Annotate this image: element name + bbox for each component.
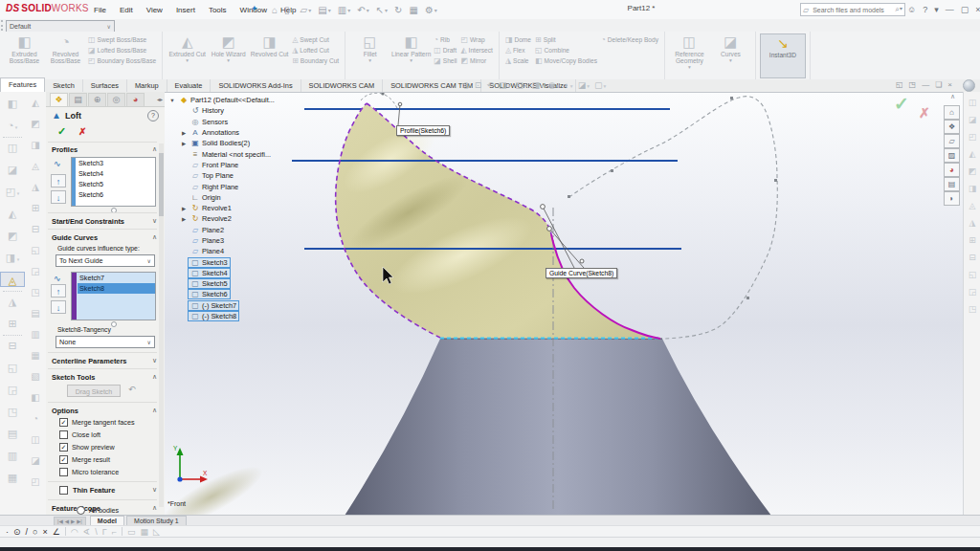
close-doc-icon[interactable]: × bbox=[947, 80, 952, 89]
all-bodies-radio[interactable] bbox=[77, 506, 85, 515]
ribbon-hole-wizard-button[interactable]: ◩Hole Wizard▾ bbox=[208, 33, 249, 63]
grid-snap-icon[interactable]: ▦ bbox=[141, 527, 149, 537]
undo-icon[interactable]: ↶▾ bbox=[355, 5, 370, 15]
left-toolbar-icon[interactable]: ▤ bbox=[25, 306, 46, 320]
right-toolbar-icon[interactable]: ◱ bbox=[964, 270, 980, 279]
ribbon-move-copy-bodies-button[interactable]: ◧Move/Copy Bodies bbox=[535, 56, 597, 65]
move-profile-up-button[interactable]: ↑ bbox=[51, 174, 66, 187]
display-style-icon[interactable]: ◨▾ bbox=[532, 80, 544, 90]
left-toolbar-icon[interactable]: ◲ bbox=[0, 382, 25, 397]
left-toolbar-icon[interactable]: ◨ bbox=[25, 138, 46, 152]
pm-tab-2[interactable]: ⊕ bbox=[88, 93, 106, 106]
tab-sketch[interactable]: Sketch bbox=[45, 79, 83, 92]
checkbox[interactable]: ✓ bbox=[59, 455, 68, 464]
cascade-icon[interactable]: ◱ bbox=[896, 80, 903, 89]
graphics-viewport[interactable]: Y X ▼◆Part12 (Default<<Default...↺Histor… bbox=[165, 92, 963, 516]
profile-item[interactable]: Sketch6 bbox=[77, 189, 155, 200]
minimize-doc-icon[interactable]: — bbox=[922, 80, 929, 89]
options-icon[interactable]: ⚙▾ bbox=[423, 5, 439, 15]
thin-feature-checkbox[interactable] bbox=[59, 486, 68, 495]
left-toolbar-icon[interactable]: ◳ bbox=[25, 285, 46, 299]
view-palette-icon[interactable]: ▨ bbox=[944, 148, 960, 163]
offset-entities-icon[interactable]: \ bbox=[95, 527, 98, 537]
tab-features[interactable]: Features bbox=[0, 77, 45, 92]
move-profile-down-button[interactable]: ↓ bbox=[51, 190, 66, 204]
left-toolbar-icon[interactable]: ◱ bbox=[0, 360, 25, 375]
menu-view[interactable]: View bbox=[141, 4, 168, 16]
left-toolbar-icon[interactable]: ▥ bbox=[25, 327, 46, 342]
sketch-tools-section-header[interactable]: Sketch Tools∧ bbox=[46, 371, 165, 384]
tree-item-part12-default-default-[interactable]: ▼◆Part12 (Default<<Default... bbox=[168, 95, 312, 105]
left-toolbar-icon[interactable]: ◱ bbox=[25, 243, 46, 257]
restore-doc-icon[interactable]: ❏ bbox=[935, 80, 942, 89]
left-toolbar-icon[interactable]: ⊟ bbox=[25, 222, 46, 236]
ribbon-lofted-cut-button[interactable]: ◮Lofted Cut bbox=[292, 46, 339, 55]
confirmation-cancel-icon[interactable]: ✗ bbox=[919, 105, 930, 121]
undo-sketch-drag-icon[interactable]: ↶ bbox=[128, 385, 136, 394]
view-settings-icon[interactable]: ▢▾ bbox=[594, 80, 606, 90]
checkbox[interactable] bbox=[59, 468, 68, 476]
guide-curves-list[interactable]: Sketch7Sketch8 bbox=[71, 272, 156, 320]
ribbon-delete-keep-body-button[interactable]: ◔Delete/Keep Body bbox=[601, 35, 658, 44]
ribbon-swept-cut-button[interactable]: ◬Swept Cut bbox=[292, 35, 339, 44]
file-properties-icon[interactable]: ▦ bbox=[407, 5, 419, 15]
ok-button[interactable]: ✓ bbox=[57, 125, 66, 138]
ribbon-dome-button[interactable]: ◨Dome bbox=[505, 35, 531, 44]
right-toolbar-icon[interactable]: ◭ bbox=[964, 149, 980, 159]
expand-arrow-icon[interactable]: ▶ bbox=[180, 206, 188, 211]
right-toolbar-icon[interactable]: ◨ bbox=[964, 184, 980, 193]
tree-item-sketch5[interactable]: ▢Sketch5 bbox=[168, 278, 312, 289]
tree-item-front-plane[interactable]: ▱Front Plane bbox=[168, 160, 312, 170]
cone-body[interactable] bbox=[345, 339, 771, 516]
search-scope-icon[interactable]: ▱ bbox=[803, 6, 809, 14]
left-toolbar-icon[interactable]: ⊟ bbox=[0, 338, 25, 353]
left-toolbar-icon[interactable]: ◲ bbox=[25, 264, 46, 278]
menu-file[interactable]: File bbox=[88, 4, 112, 16]
left-toolbar-icon[interactable]: ◪ bbox=[0, 162, 25, 177]
tree-item-solid-bodies-2-[interactable]: ▶▣Solid Bodies(2) bbox=[168, 138, 312, 148]
right-toolbar-icon[interactable]: ◫ bbox=[964, 98, 980, 107]
expand-arrow-icon[interactable]: ▼ bbox=[168, 98, 176, 103]
list-resize-handle[interactable] bbox=[111, 321, 117, 327]
left-toolbar-icon[interactable]: ◳ bbox=[0, 404, 25, 419]
ribbon-linear-pattern-button[interactable]: ◧Linear Pattern▾ bbox=[390, 33, 432, 63]
trim-entities-icon[interactable]: × bbox=[43, 527, 48, 537]
polygon-icon[interactable]: ◺ bbox=[153, 527, 160, 537]
left-toolbar-icon[interactable]: ◫ bbox=[0, 140, 25, 155]
ribbon-mirror-button[interactable]: ◩Mirror bbox=[460, 56, 492, 65]
guide-curve-item[interactable]: Sketch7 bbox=[78, 273, 155, 283]
collapse-pane-icon[interactable]: ∧ bbox=[950, 93, 955, 100]
custom-properties-icon[interactable]: ▤ bbox=[944, 177, 960, 191]
circle-icon[interactable]: ○ bbox=[33, 527, 37, 537]
right-toolbar-icon[interactable]: ◳ bbox=[964, 304, 980, 314]
option-micro-tolerance[interactable]: Micro tolerance bbox=[59, 468, 119, 476]
help-sphere-icon[interactable] bbox=[963, 79, 975, 92]
start-end-section-header[interactable]: Start/End Constraints∨ bbox=[46, 215, 165, 228]
left-toolbar-icon[interactable]: ◔ ▾ bbox=[0, 118, 25, 133]
ribbon-instant3d-button[interactable]: ↘Instant3D bbox=[760, 33, 806, 78]
zoom-to-area-icon[interactable]: ⊡ bbox=[475, 80, 482, 90]
left-toolbar-icon[interactable]: ◫ bbox=[25, 432, 46, 447]
guide-curves-section-header[interactable]: Guide Curves∧ bbox=[46, 231, 165, 244]
left-toolbar-icon[interactable]: ◨ ▾ bbox=[0, 250, 25, 265]
tree-item-origin[interactable]: ∟Origin bbox=[168, 192, 312, 203]
profiles-list[interactable]: Sketch3Sketch4Sketch5Sketch6 bbox=[71, 157, 156, 207]
cancel-button[interactable]: ✗ bbox=[78, 126, 86, 137]
tree-item-annotations[interactable]: ▶AAnnotations bbox=[168, 127, 312, 138]
rectangle-icon[interactable]: ▭ bbox=[127, 527, 136, 537]
tree-item--sketch8[interactable]: ▢(-) Sketch8 bbox=[168, 311, 312, 321]
left-toolbar-icon[interactable]: ◔ bbox=[25, 411, 46, 426]
option-merge-result[interactable]: ✓Merge result bbox=[59, 455, 110, 464]
influence-type-dropdown[interactable]: To Next Guide∨ bbox=[56, 254, 155, 267]
ribbon-revolved-cut-button[interactable]: ◨Revolved Cut bbox=[249, 33, 290, 57]
mirror-entities-icon[interactable]: ∢ bbox=[83, 527, 91, 537]
ribbon-flex-button[interactable]: ◬Flex bbox=[505, 46, 531, 55]
left-toolbar-icon[interactable]: ▥ bbox=[0, 448, 25, 463]
left-toolbar-icon[interactable]: ◰ ▾ bbox=[0, 184, 25, 199]
rebuild-icon[interactable]: ↻ bbox=[392, 5, 404, 15]
tree-item-revolve1[interactable]: ▶↻Revolve1 bbox=[168, 203, 312, 213]
save-icon[interactable]: ▤▾ bbox=[316, 5, 332, 15]
section-view-icon[interactable]: ◫▾ bbox=[499, 80, 510, 90]
print-icon[interactable]: ▥▾ bbox=[336, 5, 352, 15]
tree-item-history[interactable]: ↺History bbox=[168, 105, 312, 116]
